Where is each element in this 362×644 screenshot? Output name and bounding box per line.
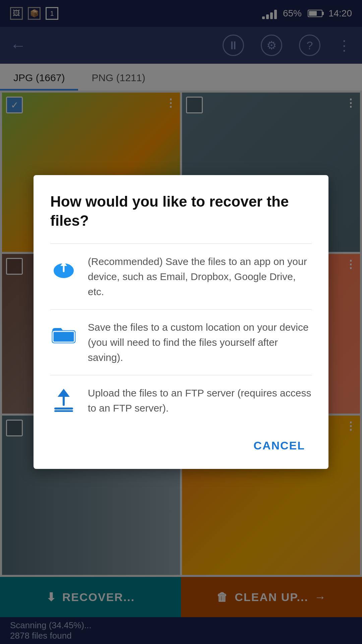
dialog-option-ftp[interactable]: Upload the files to an FTP server (requi… [50,375,312,426]
dialog-title: How would you like to recover the files? [50,192,312,230]
dialog-option-ftp-text: Upload the files to an FTP server (requi… [88,385,312,416]
svg-rect-3 [52,331,75,343]
dialog-actions: CANCEL [50,436,312,455]
cloud-upload-icon [50,255,77,282]
modal-overlay: How would you like to recover the files?… [0,0,362,644]
svg-rect-8 [54,410,73,412]
dialog-option-cloud-text: (Recommended) Save the files to an app o… [88,254,312,299]
svg-rect-7 [54,408,73,410]
dialog-option-folder[interactable]: Save the files to a custom location on y… [50,309,312,375]
dialog-option-folder-text: Save the files to a custom location on y… [88,320,312,365]
svg-marker-6 [58,389,70,397]
folder-icon [50,321,77,348]
svg-rect-2 [56,273,72,275]
dialog-option-cloud[interactable]: (Recommended) Save the files to an app o… [50,244,312,309]
recover-dialog: How would you like to recover the files?… [34,175,328,469]
cancel-button[interactable]: CANCEL [247,436,312,455]
ftp-upload-icon [50,387,77,414]
